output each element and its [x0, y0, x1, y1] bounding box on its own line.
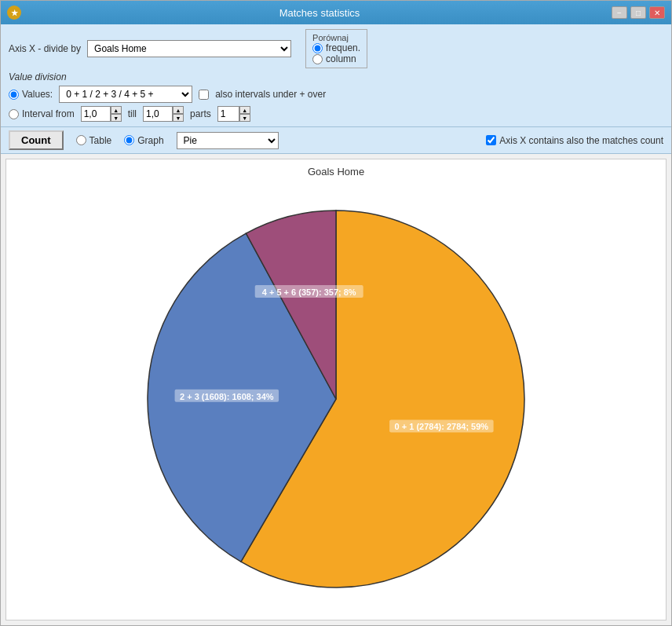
values-radio-group: Values: [9, 89, 53, 100]
interval-radio[interactable] [9, 109, 19, 119]
slice-label-group-2: 4 + 5 + 6 (357): 357; 8% [255, 285, 363, 298]
interval-till-up[interactable]: ▲ [173, 106, 184, 114]
parts-down[interactable]: ▼ [239, 114, 250, 122]
graph-type-select[interactable]: Pie [177, 132, 279, 149]
action-bar: Count Table Graph Pie Axis X contains al… [1, 127, 671, 154]
slice-label-1: 2 + 3 (1608): 1608; 34% [180, 391, 274, 401]
compare-frequen-radio[interactable] [312, 43, 323, 53]
axis-x-matches-checkbox[interactable] [486, 135, 496, 145]
interval-till-wrap: 1,0 ▲ ▼ [143, 106, 184, 122]
close-button[interactable]: ✕ [649, 6, 665, 19]
minimize-button[interactable]: − [612, 6, 627, 19]
compare-frequen-group: frequen. [312, 42, 360, 53]
interval-row: Interval from 1,0 ▲ ▼ till 1,0 ▲ ▼ parts… [9, 106, 663, 122]
graph-radio[interactable] [124, 135, 134, 145]
compare-frequen-label: frequen. [326, 42, 360, 53]
graph-label: Graph [137, 135, 163, 146]
till-label: till [128, 108, 137, 119]
interval-till-arrows: ▲ ▼ [173, 106, 184, 122]
graph-radio-group: Graph [124, 135, 163, 146]
interval-till-input[interactable]: 1,0 [143, 106, 173, 122]
slice-label-2: 4 + 5 + 6 (357): 357; 8% [262, 287, 356, 297]
axis-x-select[interactable]: Goals Home [87, 40, 291, 57]
parts-arrows: ▲ ▼ [239, 106, 250, 122]
slice-label-group-0: 0 + 1 (2784): 2784; 59% [389, 419, 494, 432]
interval-from-input[interactable]: 1,0 [81, 106, 111, 122]
table-label: Table [89, 135, 112, 146]
app-logo: ★ [7, 5, 21, 20]
value-division-label: Value division [9, 71, 67, 82]
compare-column-group: column [312, 53, 360, 64]
compare-column-radio[interactable] [312, 54, 323, 64]
interval-till-down[interactable]: ▼ [173, 114, 184, 122]
maximize-button[interactable]: □ [630, 6, 646, 19]
compare-column-label: column [326, 53, 356, 64]
window-controls: − □ ✕ [612, 6, 665, 19]
interval-radio-group: Interval from [9, 108, 75, 119]
axis-x-label: Axis X - divide by [9, 43, 81, 54]
title-bar: ★ Matches statistics − □ ✕ [1, 1, 671, 24]
interval-label: Interval from [22, 108, 75, 119]
compare-box: Porównaj frequen. column [305, 29, 367, 68]
axis-x-matches-label: Axis X contains also the matches count [499, 135, 663, 146]
slice-label-0: 0 + 1 (2784): 2784; 59% [395, 422, 489, 431]
table-radio-group: Table [76, 135, 112, 146]
chart-title: Goals Home [308, 166, 364, 178]
value-division-row: Value division [9, 71, 663, 82]
count-button[interactable]: Count [9, 130, 64, 150]
window-title: Matches statistics [27, 7, 612, 19]
interval-from-wrap: 1,0 ▲ ▼ [81, 106, 122, 122]
interval-from-up[interactable]: ▲ [111, 106, 122, 114]
interval-from-down[interactable]: ▼ [111, 114, 122, 122]
parts-input[interactable]: 1 [217, 106, 239, 122]
values-label: Values: [22, 89, 53, 100]
pie-container: 0 + 1 (2784): 2784; 59%2 + 3 (1608): 160… [6, 178, 666, 620]
interval-from-arrows: ▲ ▼ [111, 106, 122, 122]
axis-x-row: Axis X - divide by Goals Home Porównaj f… [9, 29, 663, 68]
parts-label: parts [190, 108, 211, 119]
slice-label-group-1: 2 + 3 (1608): 1608; 34% [175, 389, 279, 401]
also-intervals-checkbox[interactable] [199, 90, 209, 100]
axis-x-checkbox-group: Axis X contains also the matches count [486, 135, 663, 146]
top-toolbar: Axis X - divide by Goals Home Porównaj f… [1, 24, 671, 127]
main-window: ★ Matches statistics − □ ✕ Axis X - divi… [0, 0, 672, 626]
values-row: Values: 0 + 1 / 2 + 3 / 4 + 5 + also int… [9, 86, 663, 103]
values-select[interactable]: 0 + 1 / 2 + 3 / 4 + 5 + [59, 86, 192, 103]
compare-title: Porównaj [312, 33, 360, 42]
also-intervals-label: also intervals under + over [215, 89, 326, 100]
values-radio[interactable] [9, 90, 19, 100]
parts-wrap: 1 ▲ ▼ [217, 106, 250, 122]
table-radio[interactable] [76, 135, 86, 145]
parts-up[interactable]: ▲ [239, 106, 250, 114]
pie-chart: 0 + 1 (2784): 2784; 59%2 + 3 (1608): 160… [116, 179, 556, 619]
chart-area: Goals Home 0 + 1 (2784): 2784; 59%2 + 3 … [5, 159, 667, 621]
